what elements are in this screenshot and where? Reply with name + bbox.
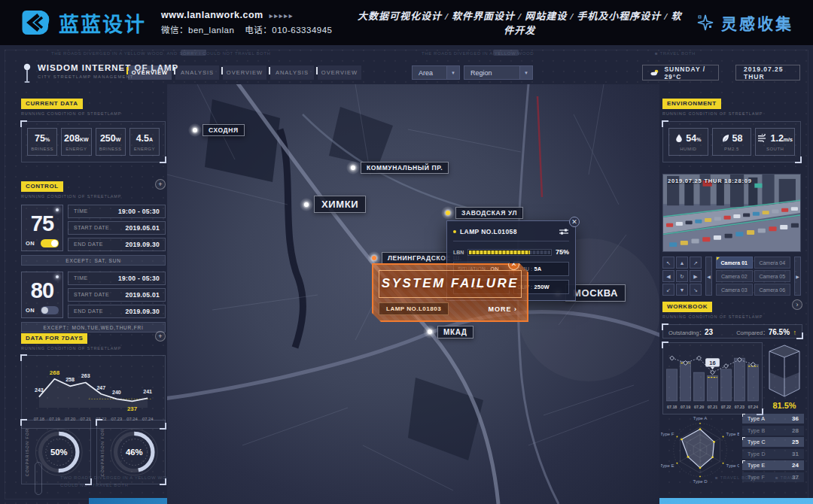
tab-overview-3[interactable]: OVERVIEW [318,65,361,80]
more-button[interactable]: MORE › [489,305,522,313]
type-e-row[interactable]: Type E24 [742,460,804,470]
brightness-slider[interactable] [467,249,552,256]
map-marker-zavodskaya[interactable]: ЗАВОДСКАЯ УЛ [441,206,523,220]
pan-up-button[interactable]: ▲ [676,257,688,269]
camera-04-button[interactable]: Camera 04 [754,257,791,269]
expand-button[interactable]: › [792,299,802,310]
pan-down-left-button[interactable]: ↙ [662,284,674,296]
services-list: 大数据可视化设计 / 软件界面设计 / 网站建设 / 手机及小程序设计 / 软件… [343,8,696,37]
pan-down-right-button[interactable]: ↘ [690,284,702,296]
metric-energy-kw: 208KW ENERGY [61,128,91,156]
type-b-row[interactable]: Type B28 [742,426,804,436]
end-date-row[interactable]: END DATE 2019.09.30 [68,238,166,251]
decor-text: ■ TRAVEL BOTH [655,51,696,56]
decor-text: THE ROADS DIVERGED IN A YELLOW WOOD, AND… [51,51,271,56]
tab-bar: OVERVIEW ANALYSIS OVERVIEW ANALYSIS OVER… [128,65,361,80]
type-radar-chart: Type AType BType CType DType EType F [661,411,739,492]
wechat-id: 微信：ben_lanlan [161,26,234,35]
area-select[interactable]: Area ▼ [412,65,460,80]
end-date-row[interactable]: END DATE 2019.09.30 [68,305,166,318]
panel-badge: ENVIRONMENT [662,99,721,109]
svg-text:07.20: 07.20 [694,405,704,409]
comparison-gauge-1: COMPARISON FOR 50% [21,420,91,484]
svg-text:Type C: Type C [726,463,739,468]
workbook-bar-chart: 07.1807.1907.2007.2107.2207.2307.2416 [665,345,760,412]
lamp-id: LAMP NO.L01058 [460,228,555,235]
camera-06-button[interactable]: Camera 06 [754,284,791,296]
camera-controls: ↖ ▲ ↗ ◀ ↻ ▶ ↙ ▼ ↘ ◀ Camera 01 Camera 04 … [662,257,801,296]
chevron-down-icon: ▼ [519,66,532,79]
date-text: 2019.07.25 THUR [744,65,792,80]
svg-text:07.18: 07.18 [667,405,677,409]
seven-days-panel: DATA FOR 7DAYS + RUNNING CONDITION OF ST… [21,329,166,429]
brightness-level-box: 80 ON [21,272,63,318]
svg-text:247: 247 [96,384,105,390]
tab-overview-2[interactable]: OVERVIEW [223,65,266,80]
camera-feed-image [663,175,800,251]
map-marker-skhodnya[interactable]: СХОДНЯ [188,123,245,137]
website-link[interactable]: www.lanlanwork.com [161,10,263,20]
type-f-row[interactable]: Type F37 [742,472,804,482]
comparison-gauges: COMPARISON FOR 50% COMPARISON FOR 46% [21,420,166,484]
pan-up-left-button[interactable]: ↖ [662,257,674,269]
schedule-2: 80 ON TIME 19:00 - 05:30 START DATE 2019… [21,272,166,318]
type-c-row[interactable]: Type C25 [742,437,804,447]
gauge-chart: 50% [29,425,89,479]
city-map[interactable]: СХОДНЯ КОММУНАЛЬНЫЙ ПР. ХИМКИ ЗАВОДСКАЯ … [167,84,659,504]
date-widget: 2019.07.25 THUR [735,65,800,80]
cube-icon [766,342,802,399]
svg-text:07.24: 07.24 [748,405,758,409]
panel-badge: CONTROL [21,181,63,192]
camera-panel: 2019.07.25 THUR 18:28:09 ↖ ▲ ↗ ◀ ↻ ▶ ↙ ▼… [662,169,801,296]
camera-02-button[interactable]: Camera 02 [716,270,753,282]
svg-text:Type F: Type F [661,432,674,436]
add-schedule-button[interactable]: + [155,179,166,190]
close-icon[interactable]: ✕ [569,217,580,227]
svg-text:07.19: 07.19 [681,405,690,409]
cube-value: 81.5% [772,401,796,410]
tab-analysis-2[interactable]: ANALYSIS [270,65,314,80]
region-select[interactable]: Region ▼ [464,65,533,80]
collect-button[interactable]: 灵感收集 [696,11,793,34]
add-button[interactable]: + [155,331,166,342]
pan-up-right-button[interactable]: ↗ [690,257,702,269]
camera-dpad: ↖ ▲ ↗ ◀ ↻ ▶ ↙ ▼ ↘ [662,257,702,296]
pan-right-button[interactable]: ▶ [690,270,702,282]
pan-left-button[interactable]: ◀ [662,270,674,282]
humidity-tile: 54% HUMID [668,128,708,156]
start-date-row[interactable]: START DATE 2019.05.01 [68,288,166,302]
map-marker-mkad[interactable]: МКАД [423,325,473,339]
refresh-button[interactable]: ↻ [676,270,688,282]
svg-text:243: 243 [35,387,44,393]
pan-down-button[interactable]: ▼ [676,284,688,296]
camera-01-button[interactable]: Camera 01 [716,257,753,269]
schedule-toggle[interactable] [41,239,59,247]
bulb-icon [56,275,59,278]
svg-text:Type B: Type B [726,432,739,436]
svg-text:07.23: 07.23 [735,405,744,409]
cube-widget: 81.5% [766,342,802,414]
svg-text:Type D: Type D [693,479,708,484]
camera-prev-button[interactable]: ◀ [705,257,712,296]
except-days: EXCEPT：SAT, SUN [21,255,166,266]
schedule-toggle[interactable] [41,306,59,314]
map-marker-kommunalny[interactable]: КОММУНАЛЬНЫЙ ПР. [346,161,449,175]
pm25-tile: 58 PM2.5 [712,128,752,156]
type-d-row[interactable]: Type D31 [742,449,804,459]
sliders-icon[interactable] [559,228,569,235]
time-row[interactable]: TIME 19:00 - 05:30 [68,205,166,218]
camera-feed[interactable]: 2019.07.25 THUR 18:28:09 [662,174,801,252]
svg-text:07.21: 07.21 [708,405,717,409]
tab-overview-1[interactable]: OVERVIEW [128,65,172,80]
map-marker-khimki[interactable]: ХИМКИ [300,196,366,213]
camera-next-button[interactable]: ▶ [794,257,801,296]
tab-analysis-1[interactable]: ANALYSIS [175,65,219,80]
type-a-row[interactable]: Type A36 [742,414,804,424]
start-date-row[interactable]: START DATE 2019.05.01 [68,221,166,235]
time-row[interactable]: TIME 19:00 - 05:30 [68,272,166,285]
camera-03-button[interactable]: Camera 03 [716,284,753,296]
camera-05-button[interactable]: Camera 05 [754,270,791,282]
svg-text:263: 263 [81,373,90,378]
lanlan-logo: 蓝蓝设计 [20,7,146,38]
panel-badge: CURRENT DATA [21,99,83,109]
